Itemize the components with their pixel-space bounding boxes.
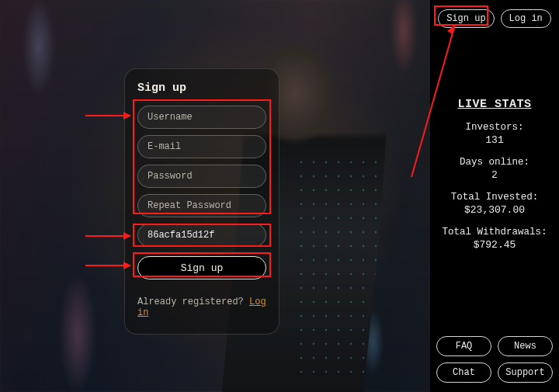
- signup-button[interactable]: Sign up: [438, 9, 494, 28]
- login-button[interactable]: Log in: [501, 9, 551, 28]
- email-field[interactable]: [137, 135, 266, 158]
- signup-submit-button[interactable]: Sign up: [137, 256, 266, 279]
- already-registered-text: Already registered?: [137, 297, 249, 307]
- total-invested-value: $23,307.00: [436, 204, 553, 216]
- footer-buttons: FAQ News Chat Support: [436, 336, 553, 383]
- live-stats: LIVE STATS Investors: 131 Days online: 2…: [436, 98, 553, 262]
- stats-heading: LIVE STATS: [436, 98, 553, 111]
- investors-label: Investors:: [436, 122, 553, 133]
- username-field[interactable]: [137, 106, 266, 129]
- investors-value: 131: [436, 134, 553, 146]
- sidebar: Sign up Log in LIVE STATS Investors: 131…: [430, 0, 559, 392]
- panel-footer: Already registered? Log in: [137, 297, 266, 318]
- total-withdrawals-label: Total Withdrawals:: [436, 227, 553, 238]
- password-field[interactable]: [137, 165, 266, 188]
- signup-panel: Sign up Sign up Already registered? Log …: [124, 68, 280, 335]
- support-button[interactable]: Support: [498, 363, 553, 383]
- total-withdrawals-value: $792.45: [436, 239, 553, 251]
- repeat-password-field[interactable]: [137, 194, 266, 217]
- captcha-field[interactable]: [137, 224, 266, 247]
- chat-button[interactable]: Chat: [436, 363, 491, 383]
- total-invested-label: Total Invested:: [436, 192, 553, 203]
- days-online-value: 2: [436, 169, 553, 181]
- days-online-label: Days online:: [436, 157, 553, 168]
- auth-buttons: Sign up Log in: [438, 9, 551, 28]
- panel-title: Sign up: [137, 82, 266, 95]
- faq-button[interactable]: FAQ: [436, 336, 491, 356]
- news-button[interactable]: News: [498, 336, 553, 356]
